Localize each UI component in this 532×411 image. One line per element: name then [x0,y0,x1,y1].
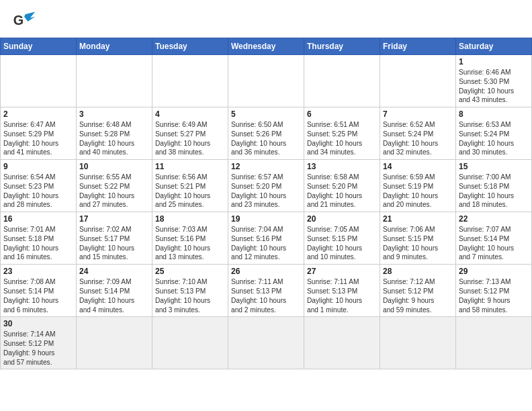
calendar-cell: 28Sunrise: 7:12 AM Sunset: 5:12 PM Dayli… [380,265,456,317]
day-info: Sunrise: 7:11 AM Sunset: 5:13 PM Dayligh… [307,277,377,314]
day-number: 19 [231,214,301,224]
day-info: Sunrise: 6:58 AM Sunset: 5:20 PM Dayligh… [307,173,377,210]
dow-header-monday: Monday [77,38,152,55]
day-number: 26 [231,267,301,276]
day-number: 7 [383,109,453,119]
day-number: 9 [3,162,73,171]
day-number: 29 [459,267,529,276]
day-number: 24 [79,267,149,276]
calendar-cell: 5Sunrise: 6:50 AM Sunset: 5:26 PM Daylig… [228,107,304,160]
calendar-cell [152,55,228,107]
dow-header-sunday: Sunday [1,38,77,55]
day-number: 28 [383,267,453,276]
calendar-cell [228,55,304,107]
day-info: Sunrise: 7:00 AM Sunset: 5:18 PM Dayligh… [459,173,529,210]
calendar-cell: 18Sunrise: 7:03 AM Sunset: 5:16 PM Dayli… [152,212,228,265]
calendar-cell: 25Sunrise: 7:10 AM Sunset: 5:13 PM Dayli… [152,265,228,317]
calendar-cell: 20Sunrise: 7:05 AM Sunset: 5:15 PM Dayli… [304,212,380,265]
day-info: Sunrise: 6:47 AM Sunset: 5:29 PM Dayligh… [3,120,73,157]
dow-header-thursday: Thursday [304,38,380,55]
calendar-cell [304,55,380,107]
svg-text:G: G [13,13,24,28]
day-info: Sunrise: 7:14 AM Sunset: 5:12 PM Dayligh… [3,330,73,367]
calendar-week-2: 2Sunrise: 6:47 AM Sunset: 5:29 PM Daylig… [1,107,532,160]
day-number: 4 [155,109,225,119]
day-number: 6 [307,109,377,119]
calendar-cell: 14Sunrise: 6:59 AM Sunset: 5:19 PM Dayli… [380,160,456,212]
calendar-cell: 2Sunrise: 6:47 AM Sunset: 5:29 PM Daylig… [1,107,77,160]
dow-header-wednesday: Wednesday [228,38,304,55]
day-info: Sunrise: 6:54 AM Sunset: 5:23 PM Dayligh… [3,173,73,210]
calendar-cell: 23Sunrise: 7:08 AM Sunset: 5:14 PM Dayli… [1,265,77,317]
day-info: Sunrise: 7:08 AM Sunset: 5:14 PM Dayligh… [3,277,73,314]
day-info: Sunrise: 6:48 AM Sunset: 5:28 PM Dayligh… [79,120,149,157]
day-info: Sunrise: 7:02 AM Sunset: 5:17 PM Dayligh… [79,225,149,262]
calendar-cell: 26Sunrise: 7:11 AM Sunset: 5:13 PM Dayli… [228,265,304,317]
day-number: 14 [383,162,453,171]
day-number: 20 [307,214,377,224]
day-info: Sunrise: 7:04 AM Sunset: 5:16 PM Dayligh… [231,225,301,262]
dow-header-tuesday: Tuesday [152,38,228,55]
day-number: 8 [459,109,529,119]
day-number: 11 [155,162,225,171]
day-info: Sunrise: 7:09 AM Sunset: 5:14 PM Dayligh… [79,277,149,314]
calendar-body: 1Sunrise: 6:46 AM Sunset: 5:30 PM Daylig… [1,55,532,369]
day-info: Sunrise: 6:50 AM Sunset: 5:26 PM Dayligh… [231,120,301,157]
calendar-cell [304,317,380,369]
page-header: G [0,0,532,38]
days-of-week-row: SundayMondayTuesdayWednesdayThursdayFrid… [1,38,532,55]
day-info: Sunrise: 7:13 AM Sunset: 5:12 PM Dayligh… [459,277,529,314]
day-number: 30 [3,319,73,328]
calendar-cell: 4Sunrise: 6:49 AM Sunset: 5:27 PM Daylig… [152,107,228,160]
calendar-cell: 9Sunrise: 6:54 AM Sunset: 5:23 PM Daylig… [1,160,77,212]
calendar-week-4: 16Sunrise: 7:01 AM Sunset: 5:18 PM Dayli… [1,212,532,265]
calendar-cell: 11Sunrise: 6:56 AM Sunset: 5:21 PM Dayli… [152,160,228,212]
day-info: Sunrise: 7:12 AM Sunset: 5:12 PM Dayligh… [383,277,453,314]
day-number: 5 [231,109,301,119]
calendar-cell: 16Sunrise: 7:01 AM Sunset: 5:18 PM Dayli… [1,212,77,265]
day-info: Sunrise: 7:05 AM Sunset: 5:15 PM Dayligh… [307,225,377,262]
day-info: Sunrise: 6:55 AM Sunset: 5:22 PM Dayligh… [79,173,149,210]
day-number: 17 [79,214,149,224]
calendar-cell: 27Sunrise: 7:11 AM Sunset: 5:13 PM Dayli… [304,265,380,317]
day-info: Sunrise: 7:06 AM Sunset: 5:15 PM Dayligh… [383,225,453,262]
calendar-cell: 6Sunrise: 6:51 AM Sunset: 5:25 PM Daylig… [304,107,380,160]
calendar-week-1: 1Sunrise: 6:46 AM Sunset: 5:30 PM Daylig… [1,55,532,107]
calendar-cell [380,317,456,369]
day-info: Sunrise: 6:46 AM Sunset: 5:30 PM Dayligh… [459,68,529,105]
day-number: 22 [459,214,529,224]
calendar-cell: 10Sunrise: 6:55 AM Sunset: 5:22 PM Dayli… [77,160,152,212]
dow-header-friday: Friday [380,38,456,55]
calendar-cell: 19Sunrise: 7:04 AM Sunset: 5:16 PM Dayli… [228,212,304,265]
day-number: 21 [383,214,453,224]
calendar-cell [380,55,456,107]
calendar-cell: 17Sunrise: 7:02 AM Sunset: 5:17 PM Dayli… [77,212,152,265]
day-info: Sunrise: 6:51 AM Sunset: 5:25 PM Dayligh… [307,120,377,157]
day-info: Sunrise: 7:03 AM Sunset: 5:16 PM Dayligh… [155,225,225,262]
day-number: 3 [79,109,149,119]
calendar-cell: 8Sunrise: 6:53 AM Sunset: 5:24 PM Daylig… [456,107,532,160]
day-info: Sunrise: 7:10 AM Sunset: 5:13 PM Dayligh… [155,277,225,314]
day-info: Sunrise: 7:07 AM Sunset: 5:14 PM Dayligh… [459,225,529,262]
day-number: 1 [459,57,529,66]
day-number: 25 [155,267,225,276]
calendar-cell: 29Sunrise: 7:13 AM Sunset: 5:12 PM Dayli… [456,265,532,317]
day-number: 23 [3,267,73,276]
dow-header-saturday: Saturday [456,38,532,55]
day-info: Sunrise: 6:52 AM Sunset: 5:24 PM Dayligh… [383,120,453,157]
day-number: 18 [155,214,225,224]
calendar-cell [1,55,77,107]
day-number: 15 [459,162,529,171]
calendar-cell: 21Sunrise: 7:06 AM Sunset: 5:15 PM Dayli… [380,212,456,265]
calendar-cell: 3Sunrise: 6:48 AM Sunset: 5:28 PM Daylig… [77,107,152,160]
calendar-cell [456,317,532,369]
calendar-cell: 15Sunrise: 7:00 AM Sunset: 5:18 PM Dayli… [456,160,532,212]
calendar-cell: 30Sunrise: 7:14 AM Sunset: 5:12 PM Dayli… [1,317,77,369]
logo: G [12,9,40,34]
generalblue-logo-icon: G [12,9,36,34]
calendar-cell [152,317,228,369]
day-number: 12 [231,162,301,171]
day-number: 27 [307,267,377,276]
day-number: 2 [3,109,73,119]
calendar-cell [77,317,152,369]
